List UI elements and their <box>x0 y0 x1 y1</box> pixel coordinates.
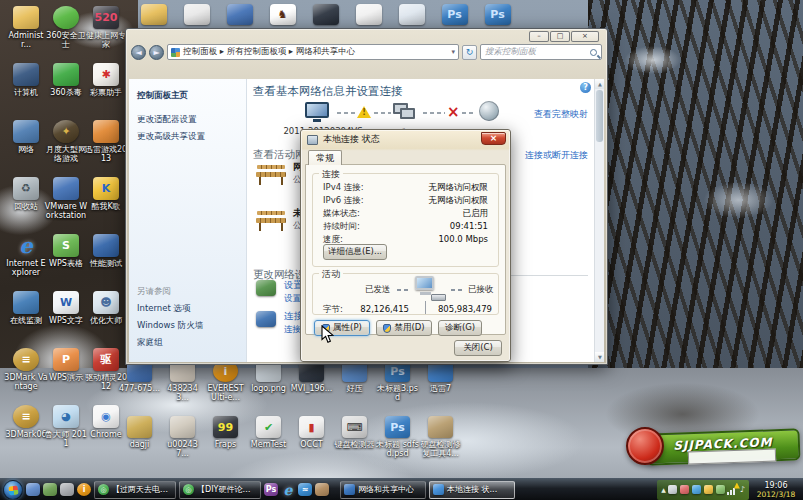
scrollbar-thumb[interactable] <box>596 90 603 142</box>
back-button[interactable]: ◄ <box>131 45 146 60</box>
network-status-icon[interactable] <box>727 485 738 495</box>
sidebar-item-windows-firewall[interactable]: Windows 防火墙 <box>137 320 203 332</box>
tray-icon-4[interactable] <box>704 485 713 494</box>
quick-lamp-icon[interactable] <box>60 483 74 496</box>
icon-photo-u002437[interactable]: u002437... <box>161 413 204 468</box>
icon-mvi-video[interactable]: MVI_196... <box>290 357 333 412</box>
quick-snip-icon[interactable] <box>26 483 40 496</box>
start-button[interactable] <box>3 480 23 500</box>
icon-online-game[interactable]: ✦月度大型网络游戏 <box>44 117 88 174</box>
icon-top-psd2[interactable]: Ps <box>476 1 519 28</box>
tray-icon-2[interactable] <box>680 485 689 494</box>
connect-disconnect-link[interactable]: 连接或断开连接 <box>525 149 588 162</box>
sidebar-item-adapter-settings[interactable]: 更改适配器设置 <box>137 114 197 126</box>
tab-general[interactable]: 常规 <box>308 150 342 165</box>
icon-wps-sheet[interactable]: SWPS表格 <box>44 231 88 288</box>
icon-haozip[interactable]: 好压 <box>333 357 376 412</box>
mid-ps-icon[interactable]: Ps <box>264 483 278 496</box>
details-button[interactable]: 详细信息(E)... <box>323 244 387 260</box>
icon-xunlei-game[interactable]: 迅雷游戏2013 <box>84 117 128 174</box>
sidebar-item-advanced-sharing[interactable]: 更改高级共享设置 <box>137 131 205 143</box>
icon-top-folder[interactable] <box>132 1 175 28</box>
mid-ie-icon[interactable]: e <box>281 483 295 496</box>
icon-computer[interactable]: 计算机 <box>4 60 48 117</box>
close-button[interactable]: × <box>571 31 599 42</box>
address-field[interactable]: 控制面板 ▸ 所有控制面板项 ▸ 网络和共享中心 ▾ <box>167 44 459 60</box>
tray-icon-3[interactable] <box>692 485 701 494</box>
taskbar-clock[interactable]: 19:06 2012/3/18 <box>752 481 800 499</box>
icon-360-antivirus[interactable]: 360杀毒 <box>44 60 88 117</box>
volume-icon[interactable]: ♪ <box>740 485 745 494</box>
help-icon[interactable]: ? <box>580 82 591 93</box>
chevron-down-icon[interactable]: ▾ <box>451 48 455 56</box>
scroll-up-icon[interactable]: ▲ <box>595 79 604 89</box>
sidebar-item-internet-options[interactable]: Internet 选项 <box>137 303 190 315</box>
icon-top-horse[interactable]: ♞ <box>261 1 304 28</box>
tray-icon-1[interactable] <box>668 485 677 494</box>
icon-memtest[interactable]: ✔MemTest <box>247 413 290 468</box>
icon-wps-presentation[interactable]: PWPS演示 <box>44 345 88 402</box>
search-input[interactable]: 搜索控制面板 <box>480 44 602 60</box>
icon-psd-untitled3[interactable]: Ps未标题3.psd <box>376 357 419 412</box>
taskbar-btn-forum2[interactable]: ◎【DIY硬件论坛... <box>179 481 261 499</box>
icon-books[interactable]: 477-675... <box>118 357 161 412</box>
icon-top-photo[interactable] <box>175 1 218 28</box>
icon-dagji[interactable]: dagji <box>118 413 161 468</box>
icon-top-doc[interactable] <box>347 1 390 28</box>
icon-keyboard-tester[interactable]: ⌨键盘检测器 <box>333 413 376 468</box>
sidebar-item-home[interactable]: 控制面板主页 <box>137 90 188 102</box>
minimize-button[interactable]: – <box>529 31 549 42</box>
dialog-close-button[interactable]: × <box>481 132 506 145</box>
taskbar-btn-forum1[interactable]: ◎【过两天去电脑... <box>94 481 176 499</box>
icon-520hqt[interactable]: 520健康上网专家 <box>84 3 128 60</box>
icon-vmware-workstation[interactable]: VMware Workstation <box>44 174 88 231</box>
taskbar-btn-local-connection[interactable]: 本地连接 状... <box>429 481 515 499</box>
icon-3dmark-vantage[interactable]: ≡3DMark Vantage <box>4 345 48 402</box>
close-dialog-button[interactable]: 关闭(C) <box>454 340 502 356</box>
icon-top-psd1[interactable]: Ps <box>433 1 476 28</box>
icon-internet-explorer[interactable]: eInternet Explorer <box>4 231 48 288</box>
taskbar: i ◎【过两天去电脑...◎【DIY硬件论坛... Pse≈ 网络和共享中心本地… <box>0 478 803 500</box>
icon-fraps[interactable]: 99Fraps <box>204 413 247 468</box>
mid-thunder-icon[interactable]: ≈ <box>298 483 312 496</box>
maximize-button[interactable]: □ <box>550 31 570 42</box>
tray-expand-icon[interactable]: ▲ <box>661 486 666 493</box>
icon-logo-png[interactable]: logo.png <box>247 357 290 412</box>
scroll-down-icon[interactable]: ▼ <box>595 352 604 362</box>
diagnose-button[interactable]: 诊断(G) <box>438 320 482 336</box>
icon-top-film[interactable] <box>304 1 347 28</box>
icon-top-box[interactable] <box>218 1 261 28</box>
taskbar-btn-network-center[interactable]: 网络和共享中心 <box>340 481 426 499</box>
icon-recycle-bin[interactable]: ♻回收站 <box>4 174 48 231</box>
vertical-scrollbar[interactable]: ▲ ▼ <box>594 79 604 362</box>
sidebar-item-homegroup[interactable]: 家庭组 <box>137 337 163 349</box>
icon-wps-writer[interactable]: WWPS文字 <box>44 288 88 345</box>
icon-network[interactable]: 网络 <box>4 117 48 174</box>
breadcrumb[interactable]: 控制面板 ▸ 所有控制面板项 ▸ 网络和共享中心 <box>183 46 448 58</box>
icon-360-safe[interactable]: 360安全卫士 <box>44 3 88 60</box>
icon-benchmark[interactable]: 性能测试 <box>84 231 128 288</box>
icon-administrator-folder[interactable]: Administr... <box>4 3 48 60</box>
icon-occt[interactable]: ▮OCCT <box>290 413 333 468</box>
icon-online-monitor[interactable]: 在线监测 <box>4 288 48 345</box>
icon-xunlei7[interactable]: 迅雷7 <box>419 357 462 412</box>
icon-photo-438[interactable]: 4382343... <box>161 357 204 412</box>
icon-everest[interactable]: iEVEREST Ulti-e... <box>204 357 247 412</box>
quick-card-icon[interactable] <box>43 483 57 496</box>
icon-psd-sdfsd[interactable]: Ps未标题 sdfsd.psd <box>376 413 419 468</box>
refresh-button[interactable]: ↻ <box>462 45 477 60</box>
icon-lottery[interactable]: ✱彩票助手 <box>84 60 128 117</box>
icon-top-sheet[interactable] <box>390 1 433 28</box>
icon-3dmark06[interactable]: ≡3DMark06 <box>4 402 48 459</box>
mid-bird-icon[interactable] <box>315 483 329 496</box>
quick-everest-icon[interactable]: i <box>77 483 91 496</box>
full-map-link[interactable]: 查看完整映射 <box>534 108 588 121</box>
icon-ludashi[interactable]: ◕鲁大师 2011 <box>44 402 88 459</box>
tray-icon-5[interactable] <box>716 485 725 494</box>
dialog-titlebar: 本地连接 状态 <box>307 133 380 146</box>
icon-kuwo-ksong[interactable]: K酷我K歌 <box>84 174 128 231</box>
disable-button[interactable]: 禁用(D) <box>376 320 432 336</box>
forward-button[interactable]: ► <box>149 45 164 60</box>
icon-youhua-master[interactable]: ☻优化大师 <box>84 288 128 345</box>
icon-hdd-tool[interactable]: 硬盘检测修复工具4... <box>419 413 462 468</box>
